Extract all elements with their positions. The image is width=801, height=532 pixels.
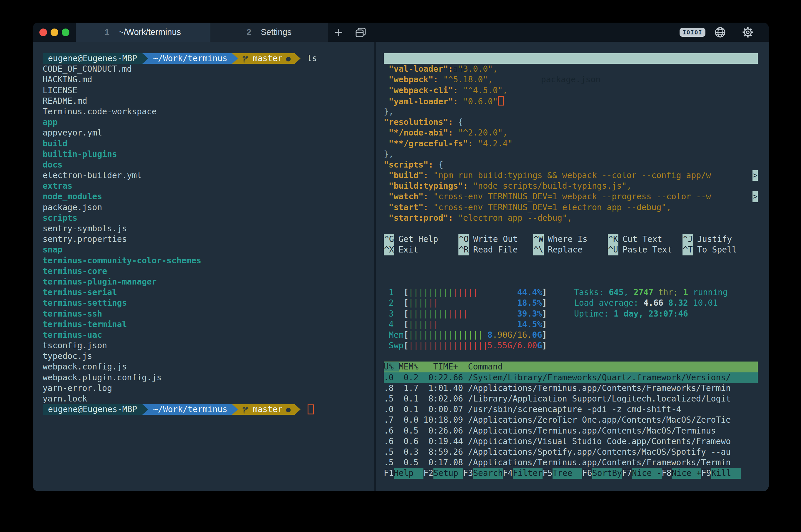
tab-work-terminus[interactable]: 1 ~/Work/terminus: [76, 23, 210, 42]
htop-fkey-bar: F1Help F2Setup F3SearchF4FilterF5Tree F6…: [384, 468, 758, 478]
file-entry: package.json: [43, 202, 374, 213]
htop-fkey[interactable]: F3Search: [463, 468, 503, 478]
file-list: CODE_OF_CONDUCT.mdHACKING.mdLICENSEREADM…: [43, 64, 374, 404]
zoom-button[interactable]: [62, 28, 69, 36]
process-row[interactable]: .6 0.5 0:26.06 /Applications/Terminus.ap…: [384, 425, 758, 436]
file-entry: typedoc.js: [43, 351, 374, 362]
nano-line: "webpack": "^5.18.0",: [384, 74, 758, 85]
nano-buffer[interactable]: "val-loader": "3.0.0", "webpack": "^5.18…: [384, 64, 769, 223]
htop-fkey[interactable]: F5Tree: [542, 468, 582, 478]
minimize-button[interactable]: [51, 28, 58, 36]
globe-icon: [714, 26, 727, 39]
terminal-pane-left[interactable]: eugene@Eugenes-MBP~/Work/terminusmaster●…: [33, 42, 374, 491]
nano-shortcut: ^XExit: [384, 245, 459, 255]
nano-line: "val-loader": "3.0.0",: [384, 64, 758, 74]
file-entry: yarn.lock: [43, 394, 374, 404]
gear-icon: [741, 25, 755, 39]
nano-shortcut-bar: ^GGet Help^OWrite Out^WWhere Is^KCut Tex…: [384, 234, 769, 255]
htop-fkey[interactable]: F6SortBy: [582, 468, 622, 478]
process-row[interactable]: .5 0.5 0:17.08 /Applications/Terminus.ap…: [384, 457, 758, 468]
plus-icon: [333, 27, 344, 38]
nano-shortcut: ^RRead File: [459, 245, 533, 255]
htop-fkey[interactable]: F9Kill: [701, 468, 741, 478]
file-entry: README.md: [43, 96, 374, 107]
serial-ioioi-icon: IOIOI: [679, 28, 705, 37]
process-row[interactable]: .5 0.3 8:59.26 /Applications/Spotify.app…: [384, 447, 758, 457]
nano-line: "build:typings": "node scripts/build-typ…: [384, 181, 758, 191]
web-plugins-button[interactable]: [709, 26, 731, 39]
htop-fkey[interactable]: F4Filter: [503, 468, 542, 478]
process-row[interactable]: .8 1.7 1:01.40 /Applications/Terminus.ap…: [384, 383, 758, 394]
htop-meter-row: 4 [||||||14.5%]: [384, 319, 769, 330]
prompt-directory: ~/Work/terminus: [148, 404, 232, 415]
directory-entry: terminus-settings: [43, 298, 374, 308]
tab-settings[interactable]: 2 Settings: [210, 23, 328, 42]
nano-line: "start:prod": "electron app --debug",: [384, 213, 758, 223]
file-entry: sentry.properties: [43, 234, 374, 245]
nano-shortcut: ^\Replace: [533, 245, 608, 255]
tab-title: ~/Work/terminus: [119, 27, 181, 37]
htop-summary-line: Load average: 4.66 8.32 10.01: [574, 298, 718, 308]
nano-line: "start": "cross-env TERMINUS_DEV=1 elect…: [384, 202, 758, 213]
nano-line: "resolutions": {: [384, 117, 758, 128]
process-row[interactable]: .0 0.1 0:00.07 /usr/sbin/screencapture -…: [384, 404, 758, 415]
file-entry: HACKING.md: [43, 74, 374, 85]
directory-entry: terminus-core: [43, 266, 374, 277]
file-entry: webpack.config.js: [43, 362, 374, 372]
git-branch-icon: [242, 405, 249, 414]
nano-shortcut: ^TTo Spell: [683, 245, 757, 255]
prompt-line-top: eugene@Eugenes-MBP~/Work/terminusmaster●…: [43, 53, 374, 64]
directory-entry: docs: [43, 159, 374, 170]
file-entry: LICENSE: [43, 85, 374, 96]
tab-bar: 1 ~/Work/terminus 2 Settings IOIOI: [33, 23, 769, 42]
htop-meters: 1 [||||||||||||||44.4%]Tasks: 645, 2747 …: [384, 287, 769, 351]
prompt-line-bottom: eugene@Eugenes-MBP~/Work/terminusmaster●: [43, 404, 374, 415]
settings-button[interactable]: [737, 25, 759, 39]
duplicate-windows-icon: [354, 26, 367, 39]
htop-meter-row: 2 [||||||18.5%]Load average: 4.66 8.32 1…: [384, 298, 769, 308]
nano-title-bar: GNU nano 4.5 package.json: [384, 53, 758, 64]
prompt-user-host: eugene@Eugenes-MBP: [43, 404, 142, 415]
nano-line: "watch": "cross-env TERMINUS_DEV=1 webpa…: [384, 191, 758, 202]
process-row[interactable]: .7 0.0 10:18.09 /Applications/ZeroTier O…: [384, 415, 758, 425]
prompt-directory: ~/Work/terminus: [148, 53, 232, 64]
typed-command: ls: [307, 53, 317, 64]
terminal-pane-right[interactable]: GNU nano 4.5 package.json "val-loader": …: [376, 42, 769, 491]
htop-process-list: .0 0.2 0:22.66 /System/Library/Framework…: [384, 373, 769, 468]
process-row[interactable]: .6 0.6 0:19.44 /Applications/Visual Stud…: [384, 436, 758, 447]
nano-shortcut: ^JJustify: [683, 234, 757, 245]
htop-summary-line: Tasks: 645, 2747 thr; 1 running: [574, 287, 728, 298]
nano-shortcut: ^KCut Text: [608, 234, 683, 245]
htop-table-header[interactable]: U% MEM% TIME+ Command: [384, 362, 758, 372]
directory-entry: app: [43, 117, 374, 128]
directory-entry: snap: [43, 245, 374, 255]
directory-entry: scripts: [43, 213, 374, 223]
file-entry: yarn-error.log: [43, 383, 374, 394]
htop-fkey[interactable]: F7Nice -: [622, 468, 662, 478]
htop-meter-row: Swp[||||||||||||||||5.55G/6.00G]: [384, 340, 769, 351]
close-button[interactable]: [39, 28, 47, 36]
htop-fkey[interactable]: F1Help: [384, 468, 424, 478]
directory-entry: terminus-plugin-manager: [43, 277, 374, 287]
file-entry: tsconfig.json: [43, 340, 374, 351]
traffic-lights: [33, 23, 76, 42]
file-entry: Terminus.code-workspace: [43, 107, 374, 117]
htop-fkey[interactable]: F8Nice +: [662, 468, 701, 478]
git-branch-icon: [242, 54, 249, 63]
directory-entry: terminus-ssh: [43, 309, 374, 319]
serial-port-button[interactable]: IOIOI: [682, 28, 703, 37]
nano-line: "build": "npm run build:typings && webpa…: [384, 170, 758, 181]
file-entry: CODE_OF_CONDUCT.md: [43, 64, 374, 74]
file-entry: sentry-symbols.js: [43, 223, 374, 234]
htop-fkey[interactable]: F2Setup: [424, 468, 463, 478]
process-row[interactable]: .5 0.1 8:02.06 /Library/Application Supp…: [384, 394, 758, 404]
new-tab-button[interactable]: [328, 23, 350, 42]
nano-shortcut: ^OWrite Out: [459, 234, 533, 245]
nano-line: "yaml-loader": "0.6.0": [384, 96, 758, 107]
process-row-selected[interactable]: .0 0.2 0:22.66 /System/Library/Framework…: [384, 373, 758, 383]
shell-prompt: eugene@Eugenes-MBP~/Work/terminusmaster●: [43, 404, 374, 415]
nano-cursor: [498, 96, 504, 106]
terminal-cursor: [308, 404, 314, 414]
duplicate-tab-button[interactable]: [350, 23, 371, 42]
nano-shortcut: ^WWhere Is: [533, 234, 608, 245]
